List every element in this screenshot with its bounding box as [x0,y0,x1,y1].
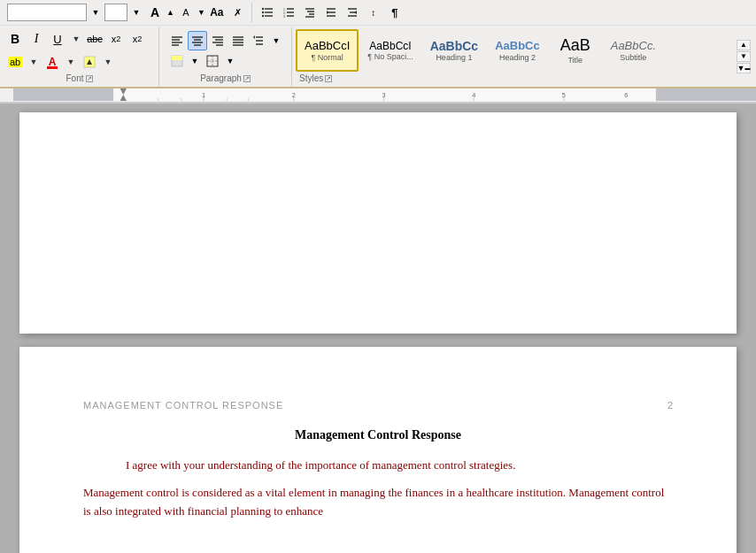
styles-scroll-down[interactable]: ▼ [737,51,751,62]
numbered-btn[interactable]: 1.2.3. [279,3,298,22]
style-title-preview: AaB [560,36,590,56]
font-name-input[interactable]: Calibri [7,4,87,21]
style-nospace[interactable]: AaBbCcI ¶ No Spaci... [359,29,420,72]
underline-btn[interactable]: U [48,29,67,49]
svg-point-5 [262,15,264,17]
page-1 [19,112,737,334]
font-shrink-icon[interactable]: ▼ [197,8,205,17]
styles-content: AaBbCcI ¶ Normal AaBbCcI ¶ No Spaci... A… [296,29,735,72]
style-normal-preview: AaBbCcI [305,39,350,53]
toolbar-area: Calibri ▼ 12 ▼ A▲ A▼ Aa ✗ 1.2.3. [0,0,756,104]
svg-rect-51 [13,88,113,101]
bold-btn[interactable]: B [5,29,25,49]
superscript-btn[interactable]: x2 [127,29,147,49]
paragraph-section-label: Paragraph ↗ [165,73,286,83]
font-name-dropdown[interactable]: ▼ [89,3,103,22]
style-subtitle-preview: AaBbCc. [611,39,656,53]
font-color-dropdown[interactable]: ▼ [64,52,78,72]
style-subtitle-name: Subtitle [620,53,646,62]
ruler: 1 2 3 4 5 6 [0,88,756,103]
style-heading2[interactable]: AaBbCc Heading 2 [487,29,548,72]
style-h2-preview: AaBbCc [495,39,540,53]
doc-para-1[interactable]: I agree with your understanding of the i… [83,457,673,475]
svg-point-4 [262,12,264,13]
font-grow-btn[interactable]: A [145,3,165,22]
highlight-dropdown[interactable]: ▼ [27,52,41,72]
underline-dropdown[interactable]: ▼ [69,29,83,49]
ribbon-row1: Calibri ▼ 12 ▼ A▲ A▼ Aa ✗ 1.2.3. [0,0,756,26]
style-h2-name: Heading 2 [499,53,536,62]
paragraph-section: ▼ ▼ ▼ Paragraph ↗ [159,27,292,87]
document-area: MANAGEMENT CONTROL RESPONSE 2 Management… [0,104,756,553]
styles-expand-btn[interactable]: ↗ [325,75,332,82]
page-number: 2 [667,400,673,411]
font-shrink-btn[interactable]: A [176,3,196,22]
style-h1-name: Heading 1 [436,53,472,62]
para-shading-btn[interactable] [167,51,187,71]
show-marks-btn[interactable]: ¶ [385,3,405,22]
styles-more[interactable]: ▼▬ [737,63,751,73]
svg-text:3.: 3. [283,15,286,19]
paragraph-expand-btn[interactable]: ↗ [243,75,251,82]
sort-btn[interactable]: ↕ [364,3,383,22]
page-2-header: MANAGEMENT CONTROL RESPONSE 2 [83,400,673,411]
shading-btn[interactable] [80,52,99,72]
subscript-btn[interactable]: x2 [106,29,126,49]
page-2: MANAGEMENT CONTROL RESPONSE 2 Management… [19,347,737,553]
doc-para-2[interactable]: Management control is considered as a vi… [83,484,673,521]
svg-marker-44 [253,35,255,39]
align-right-btn[interactable] [208,31,228,50]
svg-text:6: 6 [624,92,628,99]
style-title-name: Title [567,56,582,65]
font-grow-icon[interactable]: ▲ [166,8,174,17]
svg-rect-52 [656,88,756,101]
style-heading1[interactable]: AaBbCc Heading 1 [422,29,486,72]
page-header-text: MANAGEMENT CONTROL RESPONSE [83,400,283,411]
justify-btn[interactable] [228,31,248,50]
increase-indent-btn[interactable] [343,3,362,22]
svg-marker-23 [354,11,357,14]
paragraph-group-top: 1.2.3. ↕ ¶ [254,3,408,22]
line-spacing-dropdown[interactable]: ▼ [269,31,283,50]
strikethrough-btn[interactable]: abc [85,29,104,49]
shading-dropdown[interactable]: ▼ [101,52,115,72]
font-color-btn[interactable]: A [42,52,62,72]
svg-point-3 [262,8,264,10]
align-center-btn[interactable] [188,31,207,50]
svg-rect-46 [172,56,182,60]
font-section-label: Font ↗ [5,73,153,83]
style-normal-name: ¶ Normal [311,53,343,62]
styles-scroll-up[interactable]: ▲ [737,40,751,50]
style-h1-preview: AaBbCc [430,39,478,54]
font-expand-btn[interactable]: ↗ [86,75,93,82]
decrease-indent-btn[interactable] [321,3,341,22]
font-group-top: Calibri ▼ 12 ▼ A▲ A▼ Aa ✗ [4,3,252,22]
svg-marker-19 [327,11,329,14]
border-dropdown[interactable]: ▼ [223,51,237,71]
change-case-btn[interactable]: Aa [207,3,227,22]
border-btn[interactable] [203,51,222,71]
font-size-dropdown[interactable]: ▼ [129,3,143,22]
ribbon-sections: B I U ▼ abc x2 x2 ab ▼ A [0,26,756,88]
style-subtitle[interactable]: AaBbCc. Subtitle [603,29,664,72]
font-section: B I U ▼ abc x2 x2 ab ▼ A [0,27,159,87]
line-spacing-btn[interactable] [249,31,268,50]
styles-section: AaBbCcI ¶ Normal AaBbCcI ¶ No Spaci... A… [292,27,756,87]
styles-section-label: Styles ↗ [296,73,735,83]
ruler-content: 1 2 3 4 5 6 [0,88,756,101]
font-size-input[interactable]: 12 [104,4,127,21]
italic-btn[interactable]: I [27,29,46,49]
style-title[interactable]: AaB Title [549,29,602,72]
style-normal[interactable]: AaBbCcI ¶ Normal [296,29,359,72]
para-shading-dropdown[interactable]: ▼ [188,51,202,71]
multilevel-btn[interactable] [300,3,320,22]
doc-title: Management Control Response [83,428,673,442]
highlight-btn[interactable]: ab [5,52,25,72]
style-nospace-preview: AaBbCcI [369,40,411,52]
bullets-btn[interactable] [258,3,277,22]
clear-format-btn[interactable]: ✗ [228,3,248,22]
styles-scroll: ▲ ▼ ▼▬ [735,29,752,83]
align-left-btn[interactable] [167,31,187,50]
style-nospace-name: ¶ No Spaci... [367,52,413,61]
